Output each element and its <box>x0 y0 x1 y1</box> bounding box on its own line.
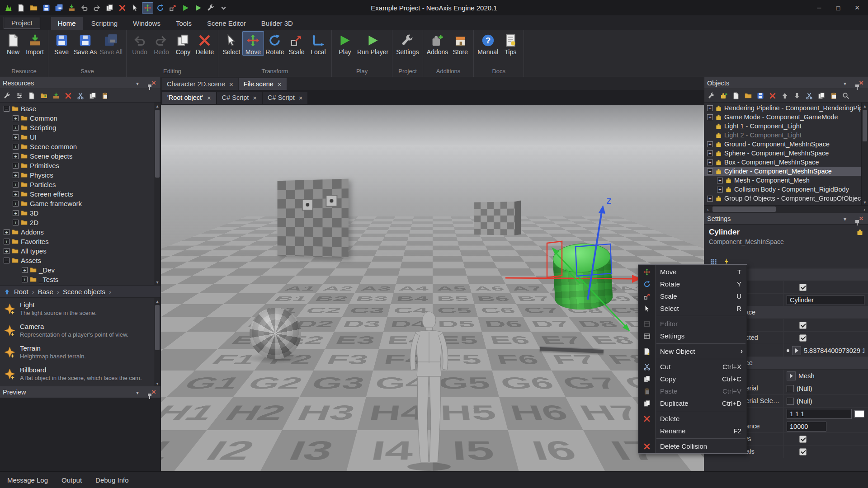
expander-icon[interactable] <box>22 277 28 282</box>
property-value[interactable]: (Null) <box>784 395 868 407</box>
tree-item-particles[interactable]: Particles <box>0 180 160 189</box>
menu-item-duplicate[interactable]: DuplicateCtrl+D <box>638 397 747 409</box>
import-button[interactable] <box>66 2 77 14</box>
expander-icon[interactable] <box>13 201 19 206</box>
move-button[interactable] <box>142 2 153 14</box>
local-button[interactable]: Local <box>307 31 329 56</box>
document-tab-file-scene[interactable]: File.scene <box>239 78 287 90</box>
ribbon-tab-scripting[interactable]: Scripting <box>85 17 124 30</box>
rotate-button[interactable] <box>155 2 166 14</box>
tree-item-cylinder-component-meshinspace[interactable]: Cylinder - Component_MeshInSpace <box>704 167 868 176</box>
reference-button[interactable] <box>787 398 794 405</box>
tree-item-tests[interactable]: _Tests <box>0 275 160 284</box>
objects-arrow-up-button[interactable] <box>779 90 790 101</box>
tree-item-collision-body-component-rigidbody[interactable]: Collision Body - Component_RigidBody <box>704 185 868 194</box>
tree-item-dev[interactable]: _Dev <box>0 265 160 275</box>
objects-wrench-button[interactable] <box>706 90 717 101</box>
ribbon-tab-scene-editor[interactable]: Scene Editor <box>200 17 253 30</box>
reference-button[interactable] <box>787 385 794 392</box>
objects-paste-button[interactable] <box>828 90 839 101</box>
scale-button[interactable] <box>167 2 179 14</box>
expander-icon[interactable] <box>13 220 19 225</box>
color-swatch[interactable] <box>854 410 864 418</box>
save-button[interactable] <box>41 2 52 14</box>
tab-close-icon[interactable] <box>229 80 233 88</box>
sphere-object[interactable] <box>250 308 301 359</box>
expander-icon[interactable] <box>13 210 19 216</box>
resources-wrench-button[interactable] <box>2 90 13 101</box>
checkbox-visible[interactable] <box>799 322 807 329</box>
addons-button[interactable]: Addons <box>425 31 449 56</box>
property-value[interactable] <box>784 446 868 458</box>
objects-tree-scrollbar[interactable] <box>861 103 868 205</box>
ribbon-tab-home[interactable]: Home <box>51 17 83 30</box>
menu-item-move[interactable]: MoveT <box>638 266 747 278</box>
scrollbar-thumb[interactable] <box>712 206 776 212</box>
expander-icon[interactable] <box>13 172 19 178</box>
ribbon-tab-windows[interactable]: Windows <box>126 17 167 30</box>
expander-icon[interactable] <box>4 239 9 244</box>
property-value[interactable] <box>784 332 868 344</box>
wall-box-object[interactable] <box>326 195 337 207</box>
tab-close-icon[interactable] <box>278 80 282 88</box>
expander-icon[interactable] <box>13 125 19 131</box>
property-value[interactable]: 10000 <box>784 420 868 432</box>
settings-button[interactable]: Settings <box>395 31 420 56</box>
tree-item-rendering-pipeline-component-renderingpipeline[interactable]: Rendering Pipeline - Component_Rendering… <box>704 103 868 113</box>
move-button[interactable]: Move <box>242 31 264 56</box>
expander-icon[interactable] <box>707 141 713 147</box>
wrench-button[interactable] <box>205 2 217 14</box>
tree-item-favorites[interactable]: Favorites <box>0 237 160 246</box>
breadcrumb-item-base[interactable]: Base <box>38 288 53 296</box>
tree-item-base[interactable]: Base <box>0 104 160 113</box>
tree-item-box-component-meshinspace[interactable]: Box - Component_MeshInSpace <box>704 158 868 167</box>
menu-item-new-object[interactable]: New Object <box>638 345 747 357</box>
close-button[interactable] <box>848 2 866 14</box>
tree-item-screen-effects[interactable]: Screen effects <box>0 189 160 199</box>
delete-button[interactable]: Delete <box>194 31 216 56</box>
expander-icon[interactable] <box>13 153 19 159</box>
panel-menu-button[interactable] <box>841 79 849 87</box>
scrollbar-thumb[interactable] <box>155 110 160 178</box>
checkbox-can-be-selected[interactable] <box>799 334 807 342</box>
tree-item-scripting[interactable]: Scripting <box>0 123 160 132</box>
expander-icon[interactable] <box>707 150 713 156</box>
chevron-down-button[interactable] <box>218 2 229 14</box>
expander-icon[interactable] <box>707 160 713 165</box>
panel-pin-button[interactable] <box>142 79 150 87</box>
editor-tab-root-object[interactable]: 'Root object' <box>162 92 216 104</box>
expander-icon[interactable] <box>13 115 19 121</box>
resources-delete-button[interactable] <box>63 90 74 101</box>
open-button[interactable] <box>28 2 39 14</box>
tree-item-common[interactable]: Common <box>0 113 160 123</box>
expand-button[interactable] <box>787 371 796 380</box>
maximize-button[interactable] <box>829 2 847 14</box>
menu-item-rename[interactable]: RenameF2 <box>638 425 747 437</box>
panel-pin-button[interactable] <box>849 215 857 223</box>
neoaxis-logo-button[interactable] <box>3 2 14 14</box>
resources-import-button[interactable] <box>51 90 61 101</box>
list-item-camera[interactable]: CameraRepresentation of a player's point… <box>0 319 160 341</box>
property-value[interactable]: 5.83784400973029 1.75 <box>784 344 868 357</box>
expander-icon[interactable] <box>4 106 9 112</box>
tab-close-icon[interactable] <box>207 94 211 102</box>
tree-item-light-2-component-light[interactable]: Light 2 - Component_Light <box>704 131 868 140</box>
color-field[interactable]: 1 1 1 <box>787 409 852 419</box>
resources-new-folder-button[interactable] <box>38 90 49 101</box>
tree-item-assets[interactable]: Assets <box>0 256 160 265</box>
resources-options-button[interactable] <box>14 90 25 101</box>
character-mannequin[interactable] <box>399 309 459 471</box>
editor-tab-c-script[interactable]: C# Script <box>263 92 307 104</box>
up-level-icon[interactable] <box>4 288 10 295</box>
box-object[interactable] <box>474 202 515 235</box>
objects-horizontal-scrollbar[interactable] <box>704 205 868 213</box>
property-value[interactable]: Cylinder <box>784 294 868 306</box>
menu-item-delete[interactable]: Delete <box>638 413 747 425</box>
editor-tab-c-script[interactable]: C# Script <box>217 92 262 104</box>
cylinder-object-selected[interactable] <box>552 242 613 313</box>
panel-pin-button[interactable] <box>849 79 857 87</box>
checkbox-enabled[interactable] <box>799 284 807 291</box>
copy-button[interactable] <box>104 2 115 14</box>
expander-icon[interactable] <box>717 187 723 192</box>
expander-icon[interactable] <box>13 134 19 140</box>
